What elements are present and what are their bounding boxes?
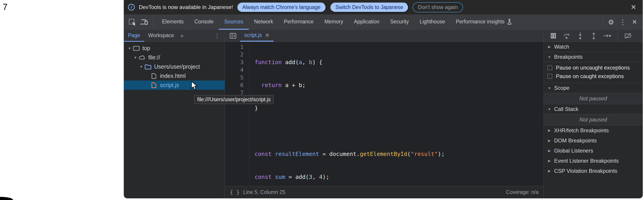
tab-network[interactable]: Network (249, 14, 278, 30)
pretty-print-icon[interactable]: { } (230, 189, 240, 196)
section-label: CSP Violation Breakpoints (554, 168, 618, 174)
sources-panel: Page Workspace » ⋮ ▼ top ▼ (124, 30, 643, 198)
section-label: DOM Breakpoints (554, 138, 597, 144)
section-csp-violation-breakpoints[interactable]: ▶ CSP Violation Breakpoints (544, 166, 643, 176)
more-tabs-icon[interactable]: » (178, 32, 186, 39)
section-watch[interactable]: ▶ Watch (544, 42, 643, 52)
collapsed-arrow-icon[interactable]: ▶ (547, 159, 552, 163)
collapsed-arrow-icon[interactable]: ▶ (547, 128, 552, 133)
language-infobar: i DevTools is now available in Japanese!… (124, 0, 643, 14)
tab-close-icon[interactable]: ✕ (265, 32, 270, 38)
infobar-close-icon[interactable]: ✕ (631, 4, 636, 10)
coverage-label: Coverage: n/a (506, 189, 538, 195)
tree-item-project-folder[interactable]: ▼ Users/user/project (124, 62, 225, 71)
tree-item-label: index.html (160, 73, 186, 79)
panel-tabs: Elements Console Sources Network Perform… (156, 14, 518, 30)
section-event-listener-breakpoints[interactable]: ▶ Event Listener Breakpoints (544, 156, 643, 166)
section-breakpoints[interactable]: ▼ Breakpoints (544, 52, 643, 62)
code-editor[interactable]: 1 2 3 4 5 6 7 function add(a, b) { retur… (225, 42, 544, 186)
line-number: 3 (225, 58, 244, 66)
file-path-tooltip: file:///Users/user/project/script.js (194, 95, 274, 104)
step-icon[interactable] (603, 31, 612, 40)
navigator-tab-workspace[interactable]: Workspace (144, 30, 178, 42)
tab-application[interactable]: Application (348, 14, 385, 30)
section-label: Event Listener Breakpoints (554, 158, 619, 164)
deactivate-breakpoints-icon[interactable] (624, 31, 633, 40)
hide-navigator-icon[interactable] (228, 31, 238, 41)
code-lines: function add(a, b) { return a + b; } con… (250, 43, 444, 186)
flask-icon (507, 18, 512, 25)
screen: 7 i DevTools is now available in Japanes… (0, 0, 644, 200)
expanded-arrow-icon[interactable]: ▼ (547, 55, 552, 59)
pause-caught-checkbox[interactable] (547, 74, 552, 79)
tree-item-top[interactable]: ▼ top (124, 44, 225, 53)
pause-uncaught-row[interactable]: Pause on uncaught exceptions (544, 63, 643, 72)
tree-item-label: Users/user/project (154, 63, 200, 70)
section-dom-breakpoints[interactable]: ▶ DOM Breakpoints (544, 135, 643, 146)
file-tree: ▼ top ▼ file:// ▼ (124, 42, 225, 198)
expanded-arrow-icon[interactable]: ▼ (547, 107, 552, 111)
collapsed-arrow-icon[interactable]: ▶ (547, 149, 552, 153)
expand-arrow-icon[interactable]: ▼ (127, 46, 132, 50)
always-match-language-button[interactable]: Always match Chrome's language (237, 2, 326, 12)
editor-tabstrip: script.js ✕ (225, 30, 544, 42)
checkbox-label: Pause on caught exceptions (556, 73, 624, 79)
code-line: const sum = add(3, 4); (255, 173, 444, 181)
tab-console[interactable]: Console (189, 14, 219, 30)
debugger-sections: ▶ Watch ▼ Breakpoints Pause on uncaught … (544, 42, 643, 198)
tab-security[interactable]: Security (385, 14, 414, 30)
screen-corner-shape (0, 197, 13, 200)
pause-icon[interactable] (549, 31, 558, 40)
tab-sources[interactable]: Sources (219, 14, 248, 30)
settings-gear-icon[interactable]: ⚙ (606, 17, 616, 27)
section-xhr-fetch-breakpoints[interactable]: ▶ XHR/fetch Breakpoints (544, 125, 643, 135)
tree-item-file-origin[interactable]: ▼ file:// (124, 53, 225, 62)
tab-performance-insights[interactable]: Performance insights (450, 14, 518, 30)
pause-caught-row[interactable]: Pause on caught exceptions (544, 72, 643, 81)
devtools-close-icon[interactable]: ✕ (630, 17, 640, 27)
cursor-position-label: Line 5, Column 25 (243, 189, 285, 195)
collapsed-arrow-icon[interactable]: ▶ (547, 169, 552, 173)
devtools-window: i DevTools is now available in Japanese!… (124, 0, 643, 199)
expand-arrow-icon[interactable]: ▼ (138, 65, 144, 69)
scope-status: Not paused (544, 93, 643, 104)
dont-show-again-button[interactable]: Don't show again (412, 2, 463, 12)
navigator-tab-page[interactable]: Page (124, 30, 144, 42)
section-scope[interactable]: ▼ Scope (544, 83, 643, 93)
step-over-icon[interactable] (562, 31, 571, 40)
section-call-stack[interactable]: ▼ Call Stack (544, 104, 643, 114)
section-global-listeners[interactable]: ▶ Global Listeners (544, 146, 643, 156)
expanded-arrow-icon[interactable]: ▼ (547, 86, 552, 90)
more-options-icon[interactable]: ⋮ (618, 17, 628, 27)
step-into-icon[interactable] (576, 31, 585, 40)
switch-to-japanese-button[interactable]: Switch DevTools to Japanese (330, 2, 408, 12)
device-toolbar-icon[interactable] (139, 17, 149, 27)
tree-item-index-html[interactable]: index.html (124, 71, 225, 81)
expand-arrow-icon[interactable]: ▼ (132, 56, 138, 59)
tab-performance[interactable]: Performance (278, 14, 319, 30)
tree-item-script-js[interactable]: script.js (124, 81, 225, 90)
info-icon: i (128, 4, 135, 10)
main-toolbar: Elements Console Sources Network Perform… (124, 14, 643, 30)
tree-item-label: script.js (160, 82, 179, 88)
section-label: Watch (554, 44, 569, 50)
cloud-icon (138, 55, 146, 60)
breakpoints-options: Pause on uncaught exceptions Pause on ca… (544, 62, 643, 83)
tab-memory[interactable]: Memory (319, 14, 348, 30)
inspect-element-icon[interactable] (127, 17, 137, 27)
tree-item-label: file:// (148, 54, 160, 61)
navigator-more-options-icon[interactable]: ⋮ (214, 32, 225, 39)
pause-uncaught-checkbox[interactable] (547, 65, 552, 70)
mouse-cursor (191, 81, 199, 90)
code-line: } (255, 104, 444, 112)
file-icon (150, 73, 158, 79)
section-label: XHR/fetch Breakpoints (554, 127, 609, 134)
tab-elements[interactable]: Elements (156, 14, 189, 30)
line-number-gutter: 1 2 3 4 5 6 7 (225, 43, 250, 186)
collapsed-arrow-icon[interactable]: ▶ (547, 45, 552, 49)
collapsed-arrow-icon[interactable]: ▶ (547, 139, 552, 143)
step-out-icon[interactable] (589, 31, 598, 40)
editor-tab-script-js[interactable]: script.js ✕ (240, 30, 274, 42)
checkbox-label: Pause on uncaught exceptions (556, 65, 630, 71)
tab-lighthouse[interactable]: Lighthouse (414, 14, 450, 30)
